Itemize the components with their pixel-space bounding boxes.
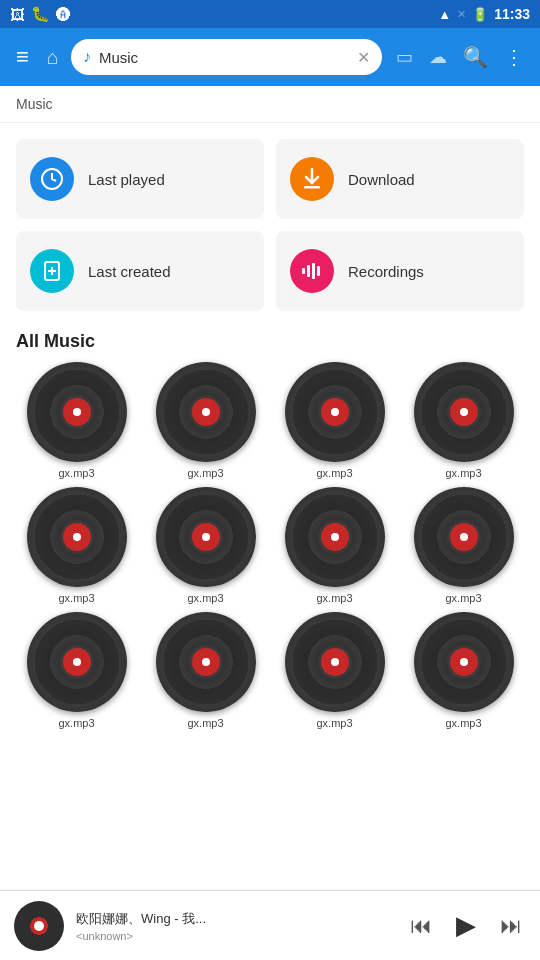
list-item[interactable]: gx.mp3 — [403, 487, 524, 604]
music-note-icon: ♪ — [83, 48, 91, 66]
wifi-icon: ▲ — [438, 7, 451, 22]
music-label-1: gx.mp3 — [58, 467, 94, 479]
music-label-4: gx.mp3 — [445, 467, 481, 479]
status-bar: 🖼 🐛 🅐 ▲ ✕ 🔋 11:33 — [0, 0, 540, 28]
download-label: Download — [348, 171, 415, 188]
breadcrumb-text: Music — [16, 96, 53, 112]
nav-bar: ≡ ⌂ ♪ Music ✕ ▭ ☁ 🔍 ⋮ — [0, 28, 540, 86]
music-grid: gx.mp3 gx.mp3 gx.mp3 gx.mp3 gx.mp3 gx.mp… — [16, 362, 524, 741]
download-icon — [290, 157, 334, 201]
all-music-title: All Music — [16, 319, 524, 362]
tablet-icon[interactable]: ▭ — [390, 40, 419, 74]
list-item[interactable]: gx.mp3 — [403, 362, 524, 479]
nav-icons-right: ▭ ☁ 🔍 ⋮ — [390, 39, 530, 75]
vinyl-disc-1 — [27, 362, 127, 462]
music-label-11: gx.mp3 — [316, 717, 352, 729]
player-controls: ⏮ ▶ ⏭ — [406, 906, 526, 945]
vinyl-disc-6 — [156, 487, 256, 587]
more-options-button[interactable]: ⋮ — [498, 39, 530, 75]
next-button[interactable]: ⏭ — [496, 909, 526, 943]
vinyl-disc-10 — [156, 612, 256, 712]
list-item[interactable]: gx.mp3 — [16, 487, 137, 604]
category-recordings[interactable]: Recordings — [276, 231, 524, 311]
list-item[interactable]: gx.mp3 — [274, 362, 395, 479]
status-icons-left: 🖼 🐛 🅐 — [10, 5, 71, 23]
recordings-icon — [290, 249, 334, 293]
home-icon[interactable]: ⌂ — [43, 42, 63, 73]
play-button[interactable]: ▶ — [452, 906, 480, 945]
music-label-2: gx.mp3 — [187, 467, 223, 479]
music-label-9: gx.mp3 — [58, 717, 94, 729]
list-item[interactable]: gx.mp3 — [274, 612, 395, 729]
player-disc — [14, 901, 64, 951]
vinyl-disc-3 — [285, 362, 385, 462]
list-item[interactable]: gx.mp3 — [16, 612, 137, 729]
list-item[interactable]: gx.mp3 — [16, 362, 137, 479]
signal-icon: ✕ — [457, 8, 466, 21]
vinyl-disc-9 — [27, 612, 127, 712]
music-label-6: gx.mp3 — [187, 592, 223, 604]
breadcrumb: Music — [0, 86, 540, 123]
list-item[interactable]: gx.mp3 — [274, 487, 395, 604]
vinyl-disc-5 — [27, 487, 127, 587]
vinyl-disc-2 — [156, 362, 256, 462]
recordings-label: Recordings — [348, 263, 424, 280]
category-last-played[interactable]: Last played — [16, 139, 264, 219]
svg-rect-6 — [307, 265, 310, 277]
music-label-3: gx.mp3 — [316, 467, 352, 479]
svg-rect-5 — [302, 268, 305, 274]
list-item[interactable]: gx.mp3 — [145, 612, 266, 729]
list-item[interactable]: gx.mp3 — [403, 612, 524, 729]
list-item[interactable]: gx.mp3 — [145, 362, 266, 479]
vinyl-disc-4 — [414, 362, 514, 462]
vinyl-disc-7 — [285, 487, 385, 587]
cloud-icon[interactable]: ☁ — [423, 40, 453, 74]
app-icon-3: 🅐 — [56, 6, 71, 23]
svg-rect-7 — [312, 263, 315, 279]
search-pill[interactable]: ♪ Music ✕ — [71, 39, 382, 75]
music-label-5: gx.mp3 — [58, 592, 94, 604]
close-search-button[interactable]: ✕ — [357, 48, 370, 67]
vinyl-disc-11 — [285, 612, 385, 712]
content-area: Last played Download Last created — [0, 123, 540, 889]
search-button[interactable]: 🔍 — [457, 39, 494, 75]
search-pill-text: Music — [99, 49, 349, 66]
player-subtitle: <unknown> — [76, 930, 394, 942]
app-icon-2: 🐛 — [31, 5, 50, 23]
svg-rect-8 — [317, 266, 320, 276]
player-title: 欧阳娜娜、Wing - 我... — [76, 910, 394, 928]
last-played-icon — [30, 157, 74, 201]
status-time: 11:33 — [494, 6, 530, 22]
music-label-7: gx.mp3 — [316, 592, 352, 604]
music-label-8: gx.mp3 — [445, 592, 481, 604]
hamburger-menu-button[interactable]: ≡ — [10, 40, 35, 74]
player-bar: 欧阳娜娜、Wing - 我... <unknown> ⏮ ▶ ⏭ — [0, 890, 540, 960]
vinyl-disc-8 — [414, 487, 514, 587]
last-created-label: Last created — [88, 263, 171, 280]
category-last-created[interactable]: Last created — [16, 231, 264, 311]
svg-rect-1 — [304, 186, 320, 189]
player-info: 欧阳娜娜、Wing - 我... <unknown> — [76, 910, 394, 942]
prev-button[interactable]: ⏮ — [406, 909, 436, 943]
music-label-10: gx.mp3 — [187, 717, 223, 729]
category-grid: Last played Download Last created — [16, 123, 524, 319]
app-icon-1: 🖼 — [10, 6, 25, 23]
category-download[interactable]: Download — [276, 139, 524, 219]
last-played-label: Last played — [88, 171, 165, 188]
music-label-12: gx.mp3 — [445, 717, 481, 729]
battery-icon: 🔋 — [472, 7, 488, 22]
last-created-icon — [30, 249, 74, 293]
status-icons-right: ▲ ✕ 🔋 11:33 — [438, 6, 530, 22]
list-item[interactable]: gx.mp3 — [145, 487, 266, 604]
vinyl-disc-12 — [414, 612, 514, 712]
